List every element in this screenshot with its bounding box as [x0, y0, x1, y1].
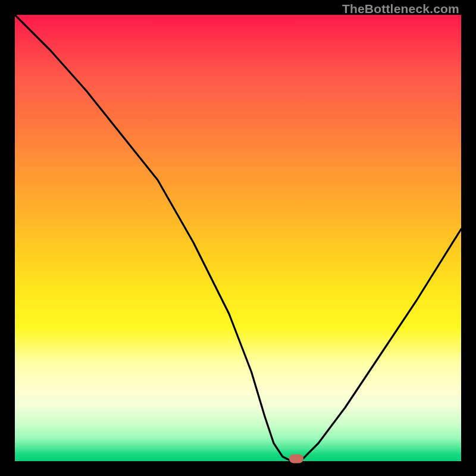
- optimum-marker-icon: [289, 455, 303, 464]
- watermark-text: TheBottleneck.com: [342, 2, 459, 16]
- bottleneck-line-chart: [15, 15, 461, 461]
- bottleneck-curve-path: [15, 15, 461, 461]
- chart-container: TheBottleneck.com: [0, 0, 476, 476]
- plot-area: [15, 15, 461, 461]
